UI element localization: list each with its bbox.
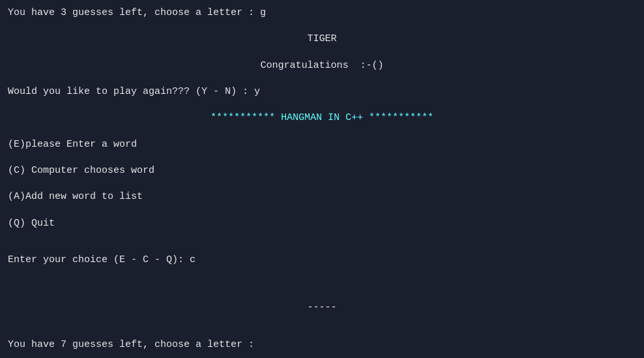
blank-spacer-12 (8, 279, 636, 290)
choice-prompt: Enter your choice (E - C - Q): c (8, 252, 636, 268)
blank-spacer-8 (8, 205, 636, 215)
blank-spacer-3 (8, 74, 636, 84)
word-dashes: ----- (8, 300, 636, 316)
blank-spacer-14 (8, 316, 636, 326)
hangman-title: *********** HANGMAN IN C++ *********** (8, 110, 636, 126)
blank-spacer-1 (8, 21, 636, 31)
blank-spacer-10 (8, 242, 636, 252)
menu-option-c: (C) Computer chooses word (8, 163, 636, 179)
congratulations-line: Congratulations :-() (8, 58, 636, 74)
blank-spacer-9 (8, 231, 636, 242)
menu-option-q: (Q) Quit (8, 216, 636, 231)
terminal-window: You have 3 guesses left, choose a letter… (8, 5, 636, 353)
blank-spacer-7 (8, 179, 636, 189)
blank-spacer-5 (8, 126, 636, 136)
blank-spacer-11 (8, 268, 636, 278)
new-guesses-prompt: You have 7 guesses left, choose a letter… (8, 337, 636, 353)
blank-spacer-6 (8, 153, 636, 163)
guesses-left-line: You have 3 guesses left, choose a letter… (8, 5, 636, 21)
blank-spacer-13 (8, 290, 636, 300)
menu-option-a: (A)Add new word to list (8, 189, 636, 205)
word-reveal-line: TIGER (8, 31, 636, 47)
blank-spacer-2 (8, 47, 636, 57)
blank-spacer-4 (8, 100, 636, 110)
menu-option-e: (E)please Enter a word (8, 137, 636, 153)
blank-spacer-15 (8, 327, 636, 337)
play-again-prompt: Would you like to play again??? (Y - N) … (8, 84, 636, 100)
